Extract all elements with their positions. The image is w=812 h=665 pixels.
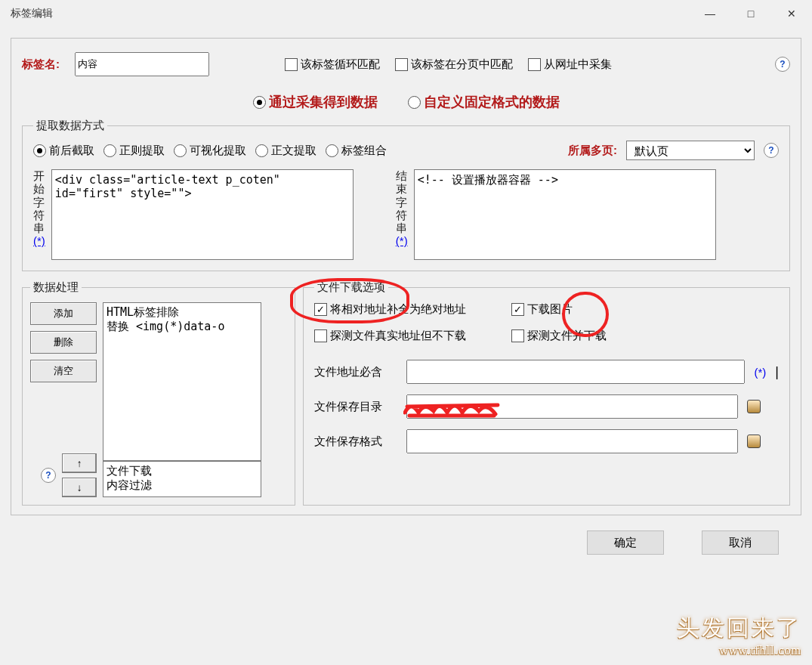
pipe: | — [775, 364, 779, 380]
cb-download-image[interactable]: 下载图片 — [511, 302, 573, 317]
titlebar: 标签编辑 — □ ✕ — [0, 0, 812, 27]
maximize-icon[interactable]: □ — [741, 8, 761, 20]
window-title: 标签编辑 — [11, 7, 53, 20]
tag-name-label: 标签名: — [22, 57, 60, 72]
start-wildcard[interactable]: (*) — [33, 234, 45, 247]
owner-label: 所属多页: — [568, 144, 617, 158]
end-string-textarea[interactable]: <!-- 设置播放器容器 --> — [414, 169, 716, 260]
help-icon[interactable]: ? — [775, 57, 790, 72]
cb-probe-nodl[interactable]: 探测文件真实地址但不下载 — [314, 329, 466, 343]
cb-loop-match[interactable]: 该标签循环匹配 — [285, 57, 380, 72]
move-up-button[interactable]: ↑ — [62, 453, 97, 473]
help-icon[interactable]: ? — [764, 143, 779, 158]
mode-collect[interactable]: 通过采集得到数据 — [253, 93, 378, 111]
mode-custom[interactable]: 自定义固定格式的数据 — [408, 93, 560, 111]
mustcontain-label: 文件地址必含 — [314, 365, 397, 379]
process-list-top[interactable]: HTML标签排除 替换 <img(*)data-o — [103, 302, 261, 461]
tag-name-input[interactable] — [75, 52, 209, 76]
savedir-label: 文件保存目录 — [314, 400, 397, 414]
minimize-icon[interactable]: — — [700, 8, 720, 20]
start-string-label: 开始字符串(*) — [33, 169, 45, 248]
help-icon[interactable]: ? — [41, 468, 56, 483]
mustcontain-input[interactable] — [406, 360, 745, 384]
ok-button[interactable]: 确定 — [587, 530, 664, 555]
watermark: 头发回来了 www.tfhll.com — [677, 613, 801, 657]
owner-select[interactable]: 默认页 — [626, 141, 755, 160]
extract-regex[interactable]: 正则提取 — [103, 144, 165, 158]
savefmt-input[interactable] — [406, 429, 738, 453]
file-legend: 文件下载选项 — [314, 280, 388, 295]
savefmt-label: 文件保存格式 — [314, 435, 397, 449]
close-icon[interactable]: ✕ — [782, 8, 801, 20]
extract-body[interactable]: 正文提取 — [255, 144, 316, 158]
extract-legend: 提取数据方式 — [33, 119, 107, 133]
process-list-bottom[interactable]: 文件下载 内容过滤 — [103, 461, 261, 497]
cb-probe-dl[interactable]: 探测文件并下载 — [511, 329, 607, 343]
cb-from-url[interactable]: 从网址中采集 — [528, 57, 612, 72]
savedir-input[interactable] — [406, 394, 738, 419]
disk-icon[interactable] — [747, 435, 761, 448]
add-button[interactable]: 添加 — [30, 302, 97, 325]
extract-visual[interactable]: 可视化提取 — [174, 144, 246, 158]
delete-button[interactable]: 删除 — [30, 331, 97, 354]
disk-icon[interactable] — [747, 400, 761, 413]
move-down-button[interactable]: ↓ — [62, 478, 97, 497]
cb-absolute-url[interactable]: 将相对地址补全为绝对地址 — [314, 302, 466, 317]
file-fieldset: 文件下载选项 将相对地址补全为绝对地址 下载图片 探测文件真实地址但不下载 探测… — [303, 280, 790, 506]
end-wildcard[interactable]: (*) — [396, 234, 408, 247]
end-string-label: 结束字符串(*) — [396, 169, 408, 248]
extract-beforeafter[interactable]: 前后截取 — [33, 144, 94, 158]
extract-fieldset: 提取数据方式 前后截取 正则提取 可视化提取 正文提取 标签组合 所属多页: 默… — [22, 119, 790, 271]
cb-pagination-match[interactable]: 该标签在分页中匹配 — [395, 57, 513, 72]
clear-button[interactable]: 清空 — [30, 360, 97, 382]
extract-combo[interactable]: 标签组合 — [326, 144, 387, 158]
process-fieldset: 数据处理 添加 删除 清空 ? ↑ ↓ HTML标签排除 替换 <img(*)d… — [22, 280, 295, 506]
process-legend: 数据处理 — [30, 280, 82, 295]
wildcard-link[interactable]: (*) — [754, 366, 766, 379]
start-string-textarea[interactable]: <div class="article-text p_coten" id="fi… — [51, 169, 354, 260]
cancel-button[interactable]: 取消 — [702, 530, 779, 555]
